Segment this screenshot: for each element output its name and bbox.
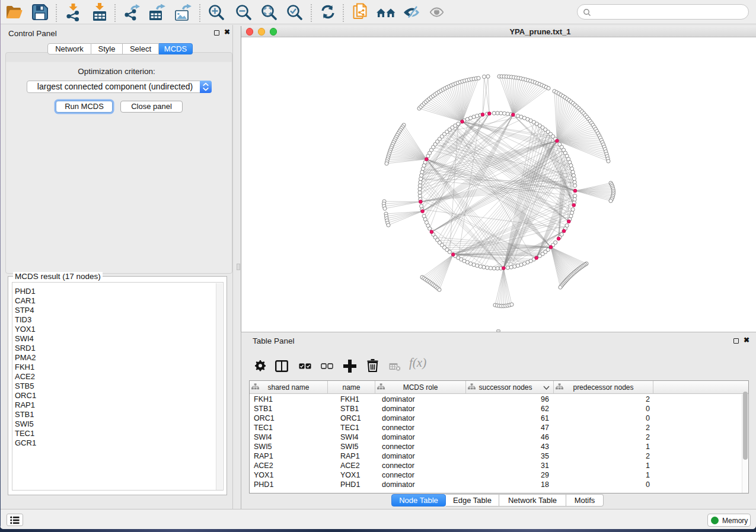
svg-text:f(x): f(x) (409, 357, 426, 370)
